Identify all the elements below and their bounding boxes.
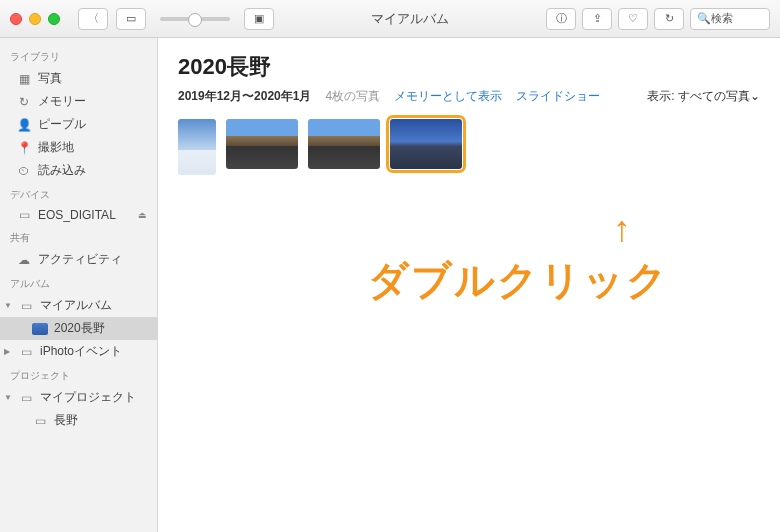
- people-icon: 👤: [16, 118, 32, 132]
- favorite-button[interactable]: ♡: [618, 8, 648, 30]
- album-title: 2020長野: [178, 52, 760, 82]
- date-range: 2019年12月〜2020年1月: [178, 88, 311, 105]
- sidebar-item-2020-nagano[interactable]: 2020長野: [0, 317, 157, 340]
- view-toggle-button[interactable]: ▭: [116, 8, 146, 30]
- minimize-icon[interactable]: [29, 13, 41, 25]
- sidebar-item-activity[interactable]: ☁アクティビティ: [0, 248, 157, 271]
- sidebar-item-my-project[interactable]: ▼▭マイプロジェクト: [0, 386, 157, 409]
- photo-count: 4枚の写真: [325, 88, 380, 105]
- section-header-library: ライブラリ: [0, 44, 157, 67]
- link-slideshow[interactable]: スライドショー: [516, 88, 600, 105]
- cloud-icon: ☁: [16, 253, 32, 267]
- photo-thumb-4[interactable]: [390, 119, 462, 169]
- folder-icon: ▭: [18, 391, 34, 405]
- zoom-slider[interactable]: [160, 17, 230, 21]
- photo-thumb-3[interactable]: [308, 119, 380, 169]
- disclosure-icon[interactable]: ▼: [4, 301, 12, 310]
- sidebar-item-nagano[interactable]: ▭長野: [0, 409, 157, 432]
- window-controls: [10, 13, 60, 25]
- sidebar-item-photos[interactable]: ▦写真: [0, 67, 157, 90]
- section-header-albums: アルバム: [0, 271, 157, 294]
- thumbnail-grid: [178, 119, 760, 175]
- annotation-text: ダブルクリック: [368, 253, 669, 308]
- memories-icon: ↻: [16, 95, 32, 109]
- titlebar: 〈 ▭ ▣ マイアルバム ⓘ ⇪ ♡ ↻ 🔍 検索: [0, 0, 780, 38]
- disclosure-icon[interactable]: ▼: [4, 393, 12, 402]
- book-icon: ▭: [32, 414, 48, 428]
- disclosure-icon[interactable]: ▶: [4, 347, 12, 356]
- close-icon[interactable]: [10, 13, 22, 25]
- sidebar-item-eos-digital[interactable]: ▭EOS_DIGITAL⏏: [0, 205, 157, 225]
- places-icon: 📍: [16, 141, 32, 155]
- sidebar-item-people[interactable]: 👤ピープル: [0, 113, 157, 136]
- folder-icon: ▭: [18, 345, 34, 359]
- sidebar-item-iphoto-event[interactable]: ▶▭iPhotoイベント: [0, 340, 157, 363]
- rotate-button[interactable]: ↻: [654, 8, 684, 30]
- thumbnail-mode-button[interactable]: ▣: [244, 8, 274, 30]
- content-area: 2020長野 2019年12月〜2020年1月 4枚の写真 メモリーとして表示 …: [158, 38, 780, 532]
- search-input[interactable]: 🔍 検索: [690, 8, 770, 30]
- photo-thumb-2[interactable]: [226, 119, 298, 169]
- section-header-shared: 共有: [0, 225, 157, 248]
- share-button[interactable]: ⇪: [582, 8, 612, 30]
- info-button[interactable]: ⓘ: [546, 8, 576, 30]
- display-filter[interactable]: 表示: すべての写真⌄: [647, 88, 760, 105]
- sidebar-item-import[interactable]: ⏲読み込み: [0, 159, 157, 182]
- chevron-down-icon: ⌄: [750, 89, 760, 103]
- folder-icon: ▭: [18, 299, 34, 313]
- sidebar-item-memories[interactable]: ↻メモリー: [0, 90, 157, 113]
- sidebar: ライブラリ ▦写真 ↻メモリー 👤ピープル 📍撮影地 ⏲読み込み デバイス ▭E…: [0, 38, 158, 532]
- photos-icon: ▦: [16, 72, 32, 86]
- import-icon: ⏲: [16, 164, 32, 178]
- section-header-projects: プロジェクト: [0, 363, 157, 386]
- back-button[interactable]: 〈: [78, 8, 108, 30]
- sidebar-item-my-album[interactable]: ▼▭マイアルバム: [0, 294, 157, 317]
- meta-row: 2019年12月〜2020年1月 4枚の写真 メモリーとして表示 スライドショー…: [178, 88, 760, 105]
- fullscreen-icon[interactable]: [48, 13, 60, 25]
- sidebar-item-places[interactable]: 📍撮影地: [0, 136, 157, 159]
- album-thumb-icon: [32, 323, 48, 335]
- section-header-devices: デバイス: [0, 182, 157, 205]
- eject-icon[interactable]: ⏏: [138, 210, 147, 220]
- device-icon: ▭: [16, 208, 32, 222]
- link-show-as-memory[interactable]: メモリーとして表示: [394, 88, 502, 105]
- window-title: マイアルバム: [282, 10, 538, 28]
- photo-thumb-1[interactable]: [178, 119, 216, 175]
- annotation-arrow: ↑: [613, 208, 631, 250]
